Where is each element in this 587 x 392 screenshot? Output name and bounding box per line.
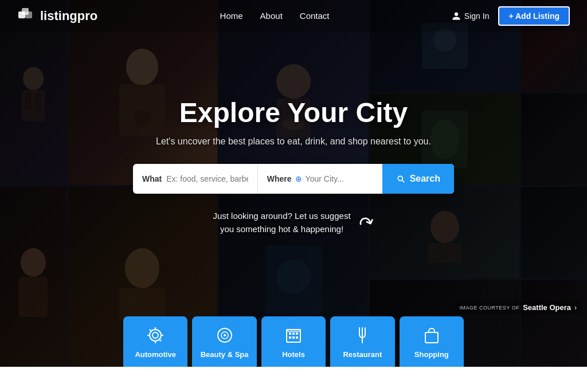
svg-point-33 <box>149 329 151 331</box>
main-nav: Home About Contact <box>220 11 330 21</box>
shopping-label: Shopping <box>414 350 449 359</box>
nav-about[interactable]: About <box>260 11 283 21</box>
user-icon <box>452 11 461 21</box>
category-shopping[interactable]: Shopping <box>400 316 464 367</box>
svg-point-28 <box>152 332 158 338</box>
add-listing-button[interactable]: + Add Listing <box>498 6 570 26</box>
courtesy-name: Seattle Opera <box>523 303 571 312</box>
search-icon <box>396 174 405 183</box>
automotive-label: Automotive <box>135 350 176 359</box>
nav-contact[interactable]: Contact <box>300 11 330 21</box>
hero-section: Explore Your City Let's uncover the best… <box>0 0 587 367</box>
courtesy-prefix: IMAGE COURTESY OF <box>459 305 519 311</box>
svg-rect-42 <box>289 336 291 339</box>
logo[interactable]: listingpro <box>17 7 97 25</box>
site-header: listingpro Home About Contact Sign In + … <box>0 0 587 32</box>
beauty-spa-label: Beauty & Spa <box>201 350 249 359</box>
suggestion-area: Just looking around? Let us suggestyou s… <box>213 210 374 236</box>
svg-rect-49 <box>425 332 438 343</box>
restaurant-icon <box>352 325 373 346</box>
hotels-icon <box>283 325 304 346</box>
shopping-icon <box>421 325 442 346</box>
svg-point-27 <box>150 330 161 341</box>
search-what-section: What <box>133 164 258 194</box>
bottom-bar <box>0 367 587 392</box>
location-icon: ⊕ <box>295 174 302 183</box>
svg-rect-40 <box>292 332 295 335</box>
nav-home[interactable]: Home <box>220 11 243 21</box>
categories-bar: Automotive Beauty & Spa Hotel <box>0 316 587 367</box>
sign-in-button[interactable]: Sign In <box>452 11 490 21</box>
search-button[interactable]: Search <box>382 164 454 194</box>
nav-actions: Sign In + Add Listing <box>452 6 570 26</box>
category-automotive[interactable]: Automotive <box>123 316 187 367</box>
beauty-icon <box>214 325 235 346</box>
courtesy-arrow: › <box>574 304 577 312</box>
svg-rect-44 <box>296 336 298 339</box>
svg-rect-39 <box>289 332 291 335</box>
what-label: What <box>142 174 162 183</box>
what-input[interactable] <box>166 174 248 183</box>
category-hotels[interactable]: Hotels <box>261 316 326 367</box>
category-beauty-spa[interactable]: Beauty & Spa <box>192 316 256 367</box>
hero-title: Explore Your City <box>179 97 408 128</box>
hero-subtitle: Let's uncover the best places to eat, dr… <box>156 136 431 147</box>
search-bar: What Where ⊕ Search <box>133 164 454 194</box>
category-restaurant[interactable]: Restaurant <box>330 316 394 367</box>
where-label: Where <box>267 174 292 183</box>
city-input[interactable] <box>306 174 373 183</box>
suggestion-text: Just looking around? Let us suggestyou s… <box>213 210 350 236</box>
image-courtesy[interactable]: IMAGE COURTESY OF Seattle Opera › <box>455 301 581 314</box>
search-where-section: Where ⊕ <box>258 164 382 194</box>
svg-point-37 <box>224 334 226 336</box>
svg-point-34 <box>159 339 162 342</box>
restaurant-label: Restaurant <box>343 350 382 359</box>
hotels-label: Hotels <box>282 350 305 359</box>
svg-rect-41 <box>296 332 298 335</box>
svg-rect-43 <box>292 336 295 339</box>
svg-rect-2 <box>25 11 32 18</box>
automotive-icon <box>145 325 166 346</box>
arrow-decoration: ↷ <box>355 210 377 236</box>
